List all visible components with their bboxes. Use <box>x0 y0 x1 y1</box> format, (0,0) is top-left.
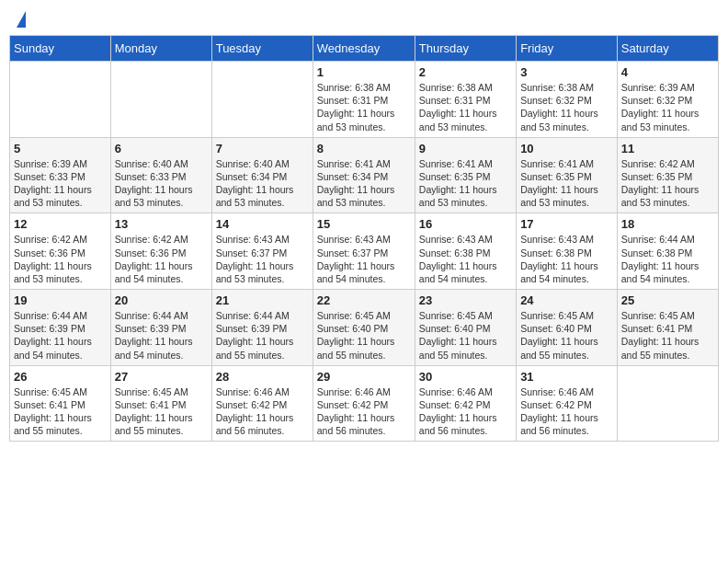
weekday-header-monday: Monday <box>110 36 211 62</box>
calendar-cell <box>211 62 313 138</box>
day-number: 19 <box>14 293 107 307</box>
day-info: Sunrise: 6:43 AMSunset: 6:38 PMDaylight:… <box>419 233 512 285</box>
day-number: 30 <box>419 370 512 384</box>
calendar-week-row: 1Sunrise: 6:38 AMSunset: 6:31 PMDaylight… <box>10 62 719 138</box>
day-info: Sunrise: 6:44 AMSunset: 6:39 PMDaylight:… <box>14 309 107 362</box>
day-number: 9 <box>419 142 512 155</box>
day-number: 29 <box>317 370 411 384</box>
calendar-cell: 20Sunrise: 6:44 AMSunset: 6:39 PMDayligh… <box>110 290 211 366</box>
day-info: Sunrise: 6:42 AMSunset: 6:36 PMDaylight:… <box>14 233 107 285</box>
weekday-header-tuesday: Tuesday <box>211 36 313 62</box>
calendar-cell: 31Sunrise: 6:46 AMSunset: 6:42 PMDayligh… <box>517 365 618 442</box>
day-info: Sunrise: 6:43 AMSunset: 6:38 PMDaylight:… <box>520 233 613 285</box>
day-info: Sunrise: 6:46 AMSunset: 6:42 PMDaylight:… <box>419 385 512 438</box>
calendar-cell: 7Sunrise: 6:40 AMSunset: 6:34 PMDaylight… <box>211 137 313 213</box>
calendar-cell <box>110 62 211 138</box>
day-info: Sunrise: 6:46 AMSunset: 6:42 PMDaylight:… <box>216 385 309 438</box>
calendar-cell: 5Sunrise: 6:39 AMSunset: 6:33 PMDaylight… <box>10 137 111 213</box>
calendar-cell: 22Sunrise: 6:45 AMSunset: 6:40 PMDayligh… <box>313 290 415 366</box>
calendar-cell: 1Sunrise: 6:38 AMSunset: 6:31 PMDaylight… <box>313 62 415 138</box>
day-info: Sunrise: 6:42 AMSunset: 6:35 PMDaylight:… <box>621 157 714 210</box>
calendar-cell: 19Sunrise: 6:44 AMSunset: 6:39 PMDayligh… <box>10 290 111 366</box>
day-number: 6 <box>115 142 208 155</box>
day-number: 26 <box>14 370 107 384</box>
calendar-cell: 24Sunrise: 6:45 AMSunset: 6:40 PMDayligh… <box>517 290 618 366</box>
calendar-cell: 9Sunrise: 6:41 AMSunset: 6:35 PMDaylight… <box>415 137 516 213</box>
calendar-cell: 12Sunrise: 6:42 AMSunset: 6:36 PMDayligh… <box>10 213 111 290</box>
day-number: 25 <box>621 293 714 307</box>
calendar-week-row: 19Sunrise: 6:44 AMSunset: 6:39 PMDayligh… <box>10 290 719 366</box>
day-number: 21 <box>216 293 309 307</box>
day-info: Sunrise: 6:42 AMSunset: 6:36 PMDaylight:… <box>115 233 208 285</box>
calendar-cell: 18Sunrise: 6:44 AMSunset: 6:38 PMDayligh… <box>617 213 718 290</box>
day-number: 20 <box>115 293 208 307</box>
calendar-cell: 29Sunrise: 6:46 AMSunset: 6:42 PMDayligh… <box>313 365 415 442</box>
day-info: Sunrise: 6:40 AMSunset: 6:33 PMDaylight:… <box>115 157 208 210</box>
calendar-cell: 27Sunrise: 6:45 AMSunset: 6:41 PMDayligh… <box>110 365 211 442</box>
day-info: Sunrise: 6:44 AMSunset: 6:39 PMDaylight:… <box>115 309 208 362</box>
calendar-cell: 6Sunrise: 6:40 AMSunset: 6:33 PMDaylight… <box>110 137 211 213</box>
day-info: Sunrise: 6:43 AMSunset: 6:37 PMDaylight:… <box>216 233 309 285</box>
day-number: 18 <box>621 217 714 231</box>
day-number: 14 <box>216 217 309 231</box>
day-info: Sunrise: 6:45 AMSunset: 6:40 PMDaylight:… <box>317 309 411 362</box>
day-info: Sunrise: 6:38 AMSunset: 6:31 PMDaylight:… <box>317 81 411 133</box>
weekday-header-saturday: Saturday <box>617 36 718 62</box>
calendar-cell: 10Sunrise: 6:41 AMSunset: 6:35 PMDayligh… <box>517 137 618 213</box>
day-info: Sunrise: 6:45 AMSunset: 6:40 PMDaylight:… <box>419 309 512 362</box>
calendar-cell: 3Sunrise: 6:38 AMSunset: 6:32 PMDaylight… <box>517 62 618 138</box>
calendar-cell <box>617 365 718 442</box>
calendar-cell: 16Sunrise: 6:43 AMSunset: 6:38 PMDayligh… <box>415 213 516 290</box>
calendar-cell: 11Sunrise: 6:42 AMSunset: 6:35 PMDayligh… <box>617 137 718 213</box>
calendar-cell: 28Sunrise: 6:46 AMSunset: 6:42 PMDayligh… <box>211 365 313 442</box>
day-info: Sunrise: 6:44 AMSunset: 6:38 PMDaylight:… <box>621 233 714 285</box>
day-info: Sunrise: 6:45 AMSunset: 6:41 PMDaylight:… <box>115 385 208 438</box>
day-number: 16 <box>419 217 512 231</box>
day-number: 1 <box>317 65 411 79</box>
calendar-cell: 23Sunrise: 6:45 AMSunset: 6:40 PMDayligh… <box>415 290 516 366</box>
calendar-header-row: SundayMondayTuesdayWednesdayThursdayFrid… <box>10 36 719 62</box>
calendar-cell: 30Sunrise: 6:46 AMSunset: 6:42 PMDayligh… <box>415 365 516 442</box>
day-info: Sunrise: 6:43 AMSunset: 6:37 PMDaylight:… <box>317 233 411 285</box>
day-info: Sunrise: 6:45 AMSunset: 6:41 PMDaylight:… <box>621 309 714 362</box>
day-number: 7 <box>216 142 309 155</box>
calendar-cell: 4Sunrise: 6:39 AMSunset: 6:32 PMDaylight… <box>617 62 718 138</box>
day-info: Sunrise: 6:41 AMSunset: 6:35 PMDaylight:… <box>419 157 512 210</box>
page-header <box>9 9 719 28</box>
day-number: 24 <box>520 293 613 307</box>
day-number: 11 <box>621 142 714 155</box>
calendar-cell: 2Sunrise: 6:38 AMSunset: 6:31 PMDaylight… <box>415 62 516 138</box>
day-info: Sunrise: 6:39 AMSunset: 6:32 PMDaylight:… <box>621 81 714 133</box>
day-number: 22 <box>317 293 411 307</box>
day-number: 23 <box>419 293 512 307</box>
calendar-cell: 21Sunrise: 6:44 AMSunset: 6:39 PMDayligh… <box>211 290 313 366</box>
day-info: Sunrise: 6:46 AMSunset: 6:42 PMDaylight:… <box>317 385 411 438</box>
weekday-header-thursday: Thursday <box>415 36 516 62</box>
calendar-cell: 14Sunrise: 6:43 AMSunset: 6:37 PMDayligh… <box>211 213 313 290</box>
day-number: 15 <box>317 217 411 231</box>
day-info: Sunrise: 6:41 AMSunset: 6:34 PMDaylight:… <box>317 157 411 210</box>
logo-triangle-icon <box>17 11 26 28</box>
calendar-cell: 13Sunrise: 6:42 AMSunset: 6:36 PMDayligh… <box>110 213 211 290</box>
day-number: 8 <box>317 142 411 155</box>
weekday-header-wednesday: Wednesday <box>313 36 415 62</box>
day-info: Sunrise: 6:45 AMSunset: 6:40 PMDaylight:… <box>520 309 613 362</box>
calendar-cell <box>10 62 111 138</box>
calendar-cell: 15Sunrise: 6:43 AMSunset: 6:37 PMDayligh… <box>313 213 415 290</box>
day-number: 17 <box>520 217 613 231</box>
day-info: Sunrise: 6:38 AMSunset: 6:31 PMDaylight:… <box>419 81 512 133</box>
day-info: Sunrise: 6:39 AMSunset: 6:33 PMDaylight:… <box>14 157 107 210</box>
day-number: 13 <box>115 217 208 231</box>
logo <box>13 9 26 28</box>
weekday-header-friday: Friday <box>517 36 618 62</box>
day-number: 28 <box>216 370 309 384</box>
day-number: 3 <box>520 65 613 79</box>
calendar-table: SundayMondayTuesdayWednesdayThursdayFrid… <box>9 35 719 442</box>
day-info: Sunrise: 6:40 AMSunset: 6:34 PMDaylight:… <box>216 157 309 210</box>
day-info: Sunrise: 6:41 AMSunset: 6:35 PMDaylight:… <box>520 157 613 210</box>
day-number: 10 <box>520 142 613 155</box>
day-info: Sunrise: 6:44 AMSunset: 6:39 PMDaylight:… <box>216 309 309 362</box>
calendar-week-row: 5Sunrise: 6:39 AMSunset: 6:33 PMDaylight… <box>10 137 719 213</box>
day-info: Sunrise: 6:38 AMSunset: 6:32 PMDaylight:… <box>520 81 613 133</box>
calendar-cell: 8Sunrise: 6:41 AMSunset: 6:34 PMDaylight… <box>313 137 415 213</box>
